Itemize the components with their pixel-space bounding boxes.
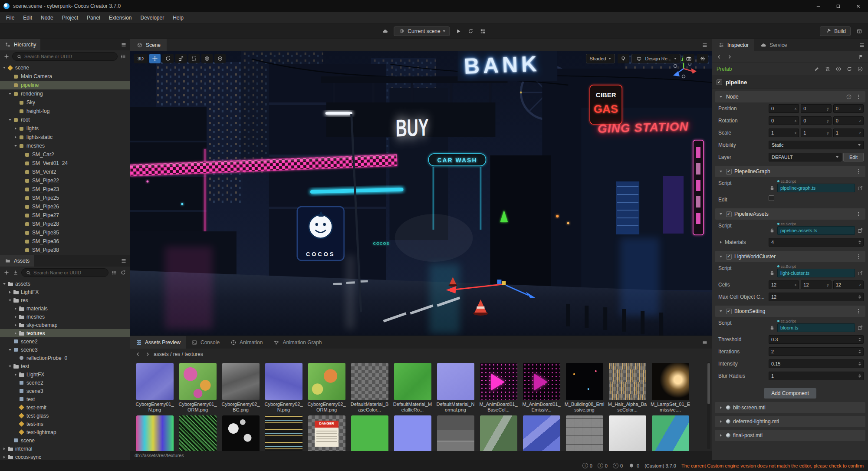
expand-right-icon[interactable] [13,124,18,133]
tab-inspector[interactable]: Inspector [712,39,754,51]
window-layout-button[interactable] [856,28,863,35]
expand-down-icon[interactable] [718,306,723,317]
add-component-button[interactable]: Add Component [764,388,816,399]
status-warn-counter[interactable]: !0 [598,463,608,468]
property-value-field[interactable]: 0.15 [769,359,864,368]
expand-down-icon[interactable] [13,142,18,150]
assets-item-sky-cubemap[interactable]: sky-cubemap [0,321,130,329]
asset-thumbnail-defaultmaterial-metallicro[interactable]: DefaultMaterial_MetallicRo... [392,363,433,413]
stepper-arrows-icon[interactable] [858,374,861,378]
expand-right-icon[interactable] [13,304,18,313]
layer-select[interactable]: DEFAULT [769,153,842,161]
expand-right-icon[interactable] [7,288,13,296]
mode-3d-toggle[interactable]: 3D [134,54,148,63]
property-value-field[interactable]: 0z [833,104,864,113]
menu-developer[interactable]: Developer [136,12,168,23]
prefab-add-button[interactable] [835,66,842,72]
property-value-field[interactable]: 12y [801,280,831,289]
expand-down-icon[interactable] [718,208,723,220]
assets-item-textures[interactable]: textures [0,329,130,337]
component-enabled-checkbox[interactable] [726,169,732,175]
tab-assets[interactable]: Assets [0,255,34,267]
asset-thumbnail-defaultmaterial-basecolor[interactable]: DefaultMaterial_BaseColor... [349,363,390,413]
asset-thumbnail[interactable] [521,415,562,451]
scene-light-toggle[interactable] [618,54,629,63]
expand-down-icon[interactable] [7,296,13,304]
asset-thumbnail[interactable] [564,415,605,451]
expand-right-icon[interactable] [2,453,7,460]
menu-project[interactable]: Project [58,12,82,23]
history-forward-button[interactable] [726,53,733,60]
hierarchy-item-meshes[interactable]: meshes [0,142,130,150]
menu-panel[interactable]: Panel [82,12,105,23]
maximize-button[interactable] [828,0,848,12]
layer-edit-button[interactable]: Edit [843,153,864,161]
assets-item-res[interactable]: res [0,296,130,304]
asset-thumbnail[interactable] [263,415,304,451]
property-value-field[interactable]: 1 [769,372,864,380]
script-asset-field[interactable]: pipeline-graph.ts [777,184,855,192]
hierarchy-item-sm-pipe23[interactable]: SM_Pipe23 [0,185,130,194]
tab-hierarchy[interactable]: Hierarchy [0,39,40,50]
expand-down-icon[interactable] [7,89,13,98]
material-file-deferred-lighting-mtl[interactable]: deferred-lighting.mtl [715,416,865,427]
expand-right-icon[interactable] [718,416,723,427]
stepper-arrows-icon[interactable] [858,362,861,366]
material-file-blit-screen-mtl[interactable]: blit-screen.mtl [715,402,865,413]
property-value-field[interactable]: 1z [833,128,864,137]
asset-thumbnail-m-lampset-01-emissive[interactable]: M_LampSet_01_Emissive.... [650,363,690,413]
design-resolution-select[interactable]: Design Re... [631,54,681,63]
build-button[interactable]: Build [820,26,851,36]
property-value-field[interactable]: 0.3 [769,335,864,344]
hierarchy-menu-icon[interactable] [120,41,127,48]
hierarchy-item-sm-pipe22[interactable]: SM_Pipe22 [0,176,130,185]
asset-thumbnail[interactable] [349,415,390,451]
hierarchy-item-height-fog[interactable]: height-fog [0,107,130,115]
move-tool-button[interactable] [149,54,161,63]
asset-thumbnail[interactable] [135,415,175,451]
script-asset-field[interactable]: light-cluster.ts [777,269,855,277]
edit-checkbox[interactable] [769,195,774,201]
shading-mode-select[interactable]: Shaded [586,54,615,63]
hierarchy-item-sm-vent2[interactable]: SM_Vent2 [0,168,130,176]
property-value-field[interactable]: 1x [769,128,799,137]
asset-thumbnail-cyborgenemy02-n-png[interactable]: CyborgEnemy02_N.png [263,363,304,413]
assets-search[interactable] [21,268,108,277]
create-asset-button[interactable] [3,269,10,276]
hierarchy-item-scene[interactable]: scene [0,63,130,72]
expand-right-icon[interactable] [718,430,723,441]
section-header-piepelinegraph[interactable]: PiepelineGraph [715,166,865,177]
tab-assets-preview[interactable]: Assets Preview [130,336,186,349]
scale-tool-button[interactable] [175,54,187,63]
preview-target-select[interactable]: Current scene [394,26,450,36]
menu-extension[interactable]: Extension [105,12,136,23]
hierarchy-item-rendering[interactable]: rendering [0,89,130,98]
asset-thumbnail[interactable] [650,415,690,451]
hierarchy-item-lights-static[interactable]: lights-static [0,133,130,142]
asset-thumbnail[interactable] [220,415,261,451]
create-node-button[interactable] [3,53,10,60]
pivot-toggle[interactable] [214,54,226,63]
assets-item-test-emit[interactable]: test-emit [0,403,130,412]
pin-icon[interactable] [858,53,865,60]
hierarchy-item-sm-pipe25[interactable]: SM_Pipe25 [0,194,130,202]
rect-tool-button[interactable] [188,54,200,63]
asset-thumbnail[interactable] [607,415,648,451]
expand-right-icon[interactable] [13,321,18,329]
viewport-settings-button[interactable] [697,54,708,63]
tab-animation-graph[interactable]: Animation Graph [268,336,327,349]
hierarchy-item-sm-car2[interactable]: SM_Car2 [0,150,130,159]
hierarchy-item-sm-pipe26[interactable]: SM_Pipe26 [0,202,130,211]
assets-item-test[interactable]: test [0,362,130,370]
preview-mode-icon[interactable] [381,28,388,35]
assets-item-cocos-sync[interactable]: cocos-sync [0,453,130,460]
asset-thumbnail[interactable]: DANGER [306,415,347,451]
scene-menu-icon[interactable] [701,42,708,49]
close-button[interactable] [848,0,868,12]
hierarchy-item-sm-pipe27[interactable]: SM_Pipe27 [0,211,130,220]
asset-thumbnail[interactable] [178,415,218,451]
expand-down-icon[interactable] [2,63,7,72]
asset-thumbnail-defaultmaterial-normal-png[interactable]: DefaultMaterial_Normal.png [435,363,476,413]
stepper-arrows-icon[interactable] [858,338,861,341]
hierarchy-item-sm-pipe36[interactable]: SM_Pipe36 [0,237,130,246]
